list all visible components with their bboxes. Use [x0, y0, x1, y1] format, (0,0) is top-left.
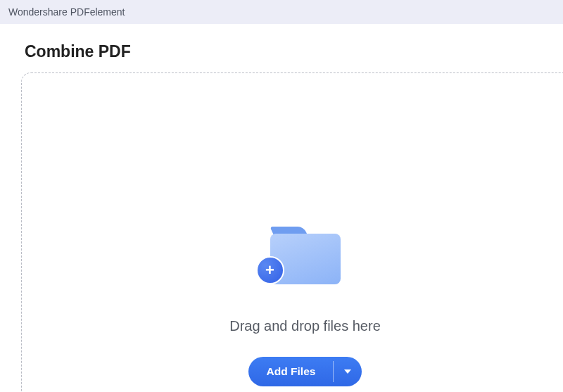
page-title: Combine PDF — [25, 42, 563, 61]
titlebar: Wondershare PDFelement — [0, 0, 563, 24]
add-files-button-group: Add Files — [248, 357, 362, 386]
dropzone[interactable]: + Drag and drop files here Add Files — [21, 72, 563, 392]
add-files-button-label: Add Files — [267, 365, 316, 378]
folder-add-icon: + — [263, 227, 348, 290]
dropzone-hint: Drag and drop files here — [229, 318, 381, 334]
plus-icon: + — [256, 256, 284, 284]
add-files-button[interactable]: Add Files — [248, 357, 334, 386]
app-name: Wondershare PDFelement — [8, 6, 125, 18]
add-files-dropdown-button[interactable] — [334, 357, 362, 386]
chevron-down-icon — [344, 369, 351, 374]
